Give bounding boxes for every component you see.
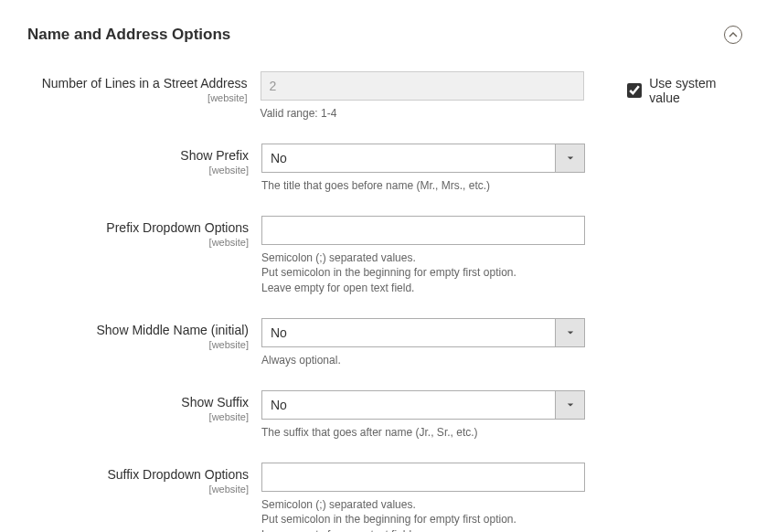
field-row-show-prefix: Show Prefix [website] No No The title th… (27, 144, 750, 194)
use-system-value-label: Use system value (649, 76, 750, 105)
field-row-suffix-options: Suffix Dropdown Options [website] Semico… (27, 463, 750, 532)
show-suffix-select[interactable]: No No (261, 390, 585, 420)
field-scope: [website] (27, 411, 249, 422)
field-comment: The title that goes before name (Mr., Mr… (261, 178, 591, 194)
field-row-street-lines: Number of Lines in a Street Address [web… (27, 71, 750, 122)
field-comment: Always optional. (261, 353, 591, 368)
field-label: Suffix Dropdown Options (107, 467, 249, 482)
field-label: Show Prefix (180, 148, 249, 163)
field-scope: [website] (27, 165, 249, 176)
field-row-show-middle: Show Middle Name (initial) [website] No … (27, 318, 750, 368)
field-comment: Valid range: 1-4 (261, 106, 588, 122)
use-system-value-checkbox[interactable] (627, 83, 642, 98)
field-scope: [website] (27, 484, 249, 495)
field-label: Prefix Dropdown Options (106, 220, 249, 235)
field-scope: [website] (27, 339, 249, 350)
street-lines-input (261, 71, 584, 101)
field-comment: Semicolon (;) separated values. Put semi… (261, 497, 591, 532)
field-row-prefix-options: Prefix Dropdown Options [website] Semico… (27, 216, 750, 296)
collapse-section-button[interactable] (724, 26, 742, 44)
suffix-options-input[interactable] (261, 463, 585, 492)
field-label: Show Middle Name (initial) (96, 323, 249, 337)
prefix-options-input[interactable] (261, 216, 585, 245)
field-scope: [website] (27, 92, 248, 103)
section-title: Name and Address Options (27, 26, 750, 44)
chevron-up-icon (729, 27, 738, 42)
show-prefix-select[interactable]: No No (261, 144, 585, 173)
field-row-show-suffix: Show Suffix [website] No No The suffix t… (27, 390, 750, 441)
field-comment: Semicolon (;) separated values. Put semi… (261, 250, 591, 296)
field-label: Number of Lines in a Street Address (42, 76, 248, 90)
field-scope: [website] (27, 237, 249, 248)
show-middle-select[interactable]: No No (261, 318, 585, 347)
field-label: Show Suffix (181, 395, 249, 410)
field-comment: The suffix that goes after name (Jr., Sr… (261, 425, 591, 441)
